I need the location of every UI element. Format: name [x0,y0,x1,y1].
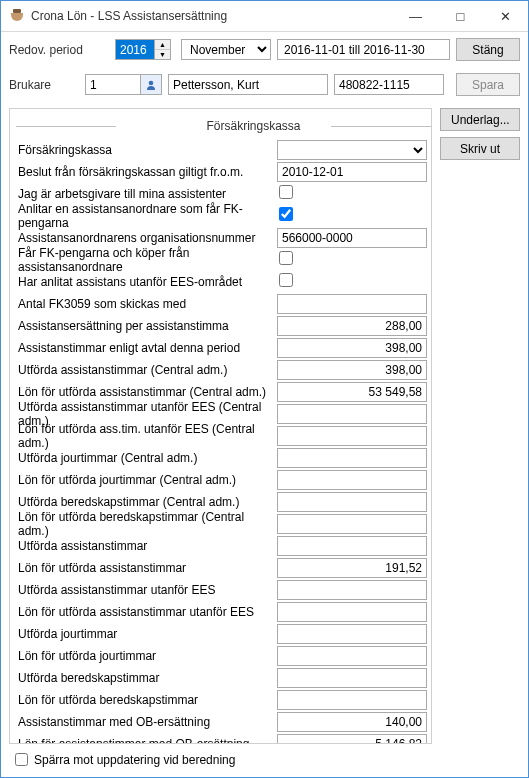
form-row: Anlitar en assistansanordnare som får FK… [16,205,431,226]
row-field [277,558,427,578]
spinner-up-icon[interactable]: ▲ [155,40,170,50]
row-number-input[interactable] [277,514,427,534]
row-field [277,273,427,290]
row-number-input[interactable] [277,734,427,745]
row-number-input[interactable] [277,294,427,314]
brukare-ssn-input[interactable] [334,74,444,95]
row-label: Utförda beredskapstimmar [16,671,277,685]
row-number-input[interactable] [277,690,427,710]
app-window: Crona Lön - LSS Assistansersättning — □ … [0,0,529,778]
row-number-input[interactable] [277,646,427,666]
form-row: Lön för utförda beredskapstimmar [16,689,431,710]
row-field [277,734,427,745]
close-button[interactable]: ✕ [483,1,528,31]
row-number-input[interactable] [277,338,427,358]
row-label: Lön för utförda assistanstimmar (Central… [16,385,277,399]
row-checkbox[interactable] [279,273,293,287]
brukare-lookup-button[interactable] [141,74,162,95]
brukare-id-input[interactable] [85,74,141,95]
close-dialog-button[interactable]: Stäng [456,38,520,61]
row-number-input[interactable] [277,558,427,578]
row-checkbox[interactable] [279,251,293,265]
row-number-input[interactable] [277,492,427,512]
date-range-output: 2016-11-01 till 2016-11-30 [277,39,450,60]
form-row: Utförda beredskapstimmar [16,667,431,688]
form-row: Utförda assistanstimmar [16,535,431,556]
year-spinner[interactable]: ▲ ▼ [115,39,175,60]
row-field [277,162,427,182]
brukare-name-input[interactable] [168,74,328,95]
form-row: Assistanstimmar med OB-ersättning [16,711,431,732]
row-field [277,470,427,490]
underlag-button[interactable]: Underlag... [440,108,520,131]
minimize-button[interactable]: — [393,1,438,31]
row-number-input[interactable] [277,624,427,644]
titlebar: Crona Lön - LSS Assistansersättning — □ … [1,1,528,32]
spinner-down-icon[interactable]: ▼ [155,50,170,59]
skrivut-button[interactable]: Skriv ut [440,137,520,160]
row-label: Lön för utförda assistanstimmar utanför … [16,605,277,619]
row-field [277,338,427,358]
row-label: Lön för utförda jourtimmar (Central adm.… [16,473,277,487]
lock-checkbox[interactable] [15,753,28,766]
row-number-input[interactable] [277,426,427,446]
row-field [277,646,427,666]
row-label: Assistanstimmar enligt avtal denna perio… [16,341,277,355]
form-panel[interactable]: Försäkringskassa FörsäkringskassaBeslut … [9,108,432,744]
form-row: Lön för utförda assistanstimmar utanför … [16,601,431,622]
row-text-input[interactable] [277,162,427,182]
save-button[interactable]: Spara [456,73,520,96]
rows-container: FörsäkringskassaBeslut från försäkringsk… [16,139,431,744]
row-number-input[interactable] [277,668,427,688]
form-row: Försäkringskassa [16,139,431,160]
row-checkbox[interactable] [279,207,293,221]
row-number-input[interactable] [277,580,427,600]
row-number-input[interactable] [277,360,427,380]
main-area: Försäkringskassa FörsäkringskassaBeslut … [1,102,528,744]
group-line-left [16,126,116,127]
row-select[interactable] [277,140,427,160]
month-select[interactable]: November [181,39,271,60]
row-number-input[interactable] [277,712,427,732]
row-field [277,448,427,468]
row-checkbox[interactable] [279,185,293,199]
form-row: Utförda assistanstimmar (Central adm.) [16,359,431,380]
row-text-input[interactable] [277,228,427,248]
row-number-input[interactable] [277,448,427,468]
maximize-button[interactable]: □ [438,1,483,31]
bottom-bar: Spärra mot uppdatering vid beredning [1,744,528,777]
year-spinner-buttons[interactable]: ▲ ▼ [155,39,171,60]
form-row: Utförda assistanstimmar utanför EES [16,579,431,600]
form-row: Utförda jourtimmar (Central adm.) [16,447,431,468]
row-label: Försäkringskassa [16,143,277,157]
row-label: Utförda assistanstimmar (Central adm.) [16,363,277,377]
row-field [277,624,427,644]
form-row: Antal FK3059 som skickas med [16,293,431,314]
row-label: Beslut från försäkringskassan giltigt fr… [16,165,277,179]
row-number-input[interactable] [277,316,427,336]
row-number-input[interactable] [277,470,427,490]
row-field [277,690,427,710]
row-field [277,360,427,380]
row-label: Utförda beredskapstimmar (Central adm.) [16,495,277,509]
row-label: Lön för assistanstimmar med OB-ersättnin… [16,737,277,745]
row-field [277,602,427,622]
row-label: Lön för utförda jourtimmar [16,649,277,663]
group-title: Försäkringskassa [116,119,330,133]
row-number-input[interactable] [277,382,427,402]
row-number-input[interactable] [277,536,427,556]
row-label: Utförda jourtimmar [16,627,277,641]
row-field [277,207,427,224]
row-field [277,514,427,534]
row-label: Assistanstimmar med OB-ersättning [16,715,277,729]
form-row: Lön för utförda jourtimmar (Central adm.… [16,469,431,490]
form-row: Har anlitat assistans utanför EES-område… [16,271,431,292]
year-input[interactable] [115,39,155,60]
group-header: Försäkringskassa [16,119,431,133]
row-label: Jag är arbetsgivare till mina assistente… [16,187,277,201]
brukare-toolbar: Brukare Spara [1,67,528,102]
row-number-input[interactable] [277,404,427,424]
row-field [277,294,427,314]
row-field [277,228,427,248]
row-number-input[interactable] [277,602,427,622]
